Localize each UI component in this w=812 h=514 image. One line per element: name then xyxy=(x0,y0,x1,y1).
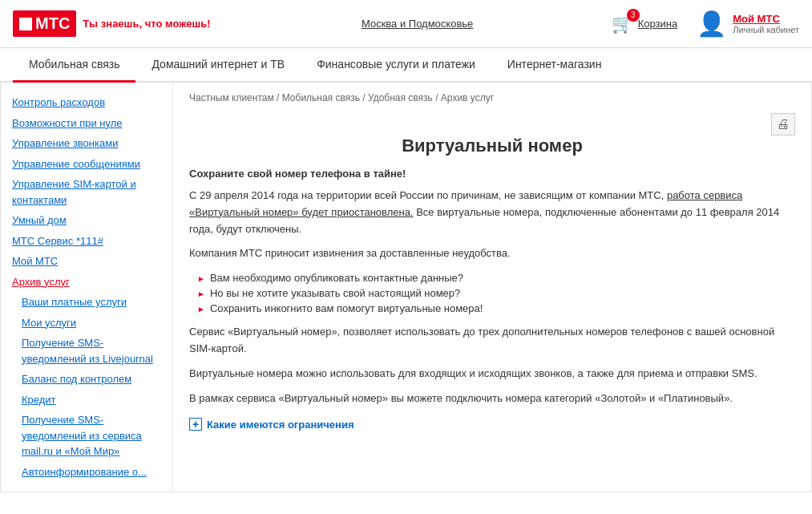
nav-item-shop[interactable]: Интернет-магазин xyxy=(491,48,618,83)
article-para3: Сервис «Виртуальный номер», позволяет ис… xyxy=(189,324,795,358)
breadcrumb: Частным клиентам / Мобильная связь / Удо… xyxy=(189,92,795,103)
account-name[interactable]: Мой МТС xyxy=(733,13,799,25)
bullet-item-1: ► Вам необходимо опубликовать контактные… xyxy=(197,270,795,285)
para1-before: С 29 апреля 2014 года на территории всей… xyxy=(189,189,667,201)
logo-box[interactable]: МТС xyxy=(13,10,76,37)
tagline: Ты знаешь, что можешь! xyxy=(83,18,210,30)
bullet-item-2: ► Но вы не хотите указывать свой настоящ… xyxy=(197,285,795,301)
sidebar-link-paid[interactable]: Ваши платные услуги xyxy=(12,292,164,313)
nav-item-mobile[interactable]: Мобильная связь xyxy=(13,48,135,83)
sidebar-link-auto[interactable]: Автоинформирование о... xyxy=(12,462,164,483)
sidebar-link-mailru[interactable]: Получение SMS-уведомлений из сервиса mai… xyxy=(12,410,164,462)
city-selector[interactable]: Москва и Подмосковье xyxy=(362,18,473,30)
breadcrumb-sep3: / xyxy=(435,92,441,103)
account-icon: 👤 xyxy=(697,10,726,38)
account-text: Мой МТС Личный кабинет xyxy=(733,13,799,34)
sidebar-link-mymts[interactable]: Мой МТС xyxy=(12,251,164,272)
account-area[interactable]: 👤 Мой МТС Личный кабинет xyxy=(697,10,799,38)
header-center: Москва и Подмосковье xyxy=(224,18,612,30)
sidebar: Контроль расходов Возможности при нуле У… xyxy=(1,83,173,492)
bullet-list: ► Вам необходимо опубликовать контактные… xyxy=(197,270,795,316)
breadcrumb-part4: Архив услуг xyxy=(441,92,494,103)
article-para2: Компания МТС приносит извинения за доста… xyxy=(189,245,795,262)
sidebar-link-myservices[interactable]: Мои услуги xyxy=(12,313,164,334)
logo-area: МТС Ты знаешь, что можешь! xyxy=(13,10,211,37)
sidebar-link-zero[interactable]: Возможности при нуле xyxy=(12,113,164,134)
article-subtitle: Сохраните свой номер телефона в тайне! xyxy=(189,168,795,180)
main-layout: Контроль расходов Возможности при нуле У… xyxy=(0,83,812,492)
nav-item-internet[interactable]: Домашний интернет и ТВ xyxy=(135,48,301,83)
bullet-icon-1: ► xyxy=(197,274,205,283)
cart-badge: 3 xyxy=(627,9,640,22)
bullet-icon-3: ► xyxy=(197,305,205,314)
logo-square-icon xyxy=(19,18,32,30)
breadcrumb-part2[interactable]: Мобильная связь xyxy=(282,92,360,103)
sidebar-link-control[interactable]: Контроль расходов xyxy=(12,92,164,113)
expand-section[interactable]: + Какие имеются ограничения xyxy=(189,418,795,431)
sidebar-link-credit[interactable]: Кредит xyxy=(12,390,164,411)
cart-label[interactable]: Корзина xyxy=(638,18,678,30)
cart-area[interactable]: 🛒 3 Корзина xyxy=(612,14,678,34)
expand-icon[interactable]: + xyxy=(189,418,202,431)
header: МТС Ты знаешь, что можешь! Москва и Подм… xyxy=(0,0,812,48)
bullet-icon-2: ► xyxy=(197,289,205,298)
expand-label[interactable]: Какие имеются ограничения xyxy=(207,419,353,431)
bullet-item-3: ► Сохранить инкогнито вам помогут виртуа… xyxy=(197,301,795,316)
sidebar-link-sim[interactable]: Управление SIM-картой и контактами xyxy=(12,174,164,210)
article-para5: В рамках сервиса «Виртуальный номер» вы … xyxy=(189,391,795,407)
bullet-text-2: Но вы не хотите указывать свой настоящий… xyxy=(210,287,460,299)
breadcrumb-part3[interactable]: Удобная связь xyxy=(368,92,433,103)
nav-item-finance[interactable]: Финансовые услуги и платежи xyxy=(301,48,491,83)
bullet-text-1: Вам необходимо опубликовать контактные д… xyxy=(210,272,463,284)
logo-text: МТС xyxy=(35,14,70,33)
sidebar-link-home[interactable]: Умный дом xyxy=(12,210,164,231)
header-right: 🛒 3 Корзина 👤 Мой МТС Личный кабинет xyxy=(612,10,799,38)
article-title: Виртуальный номер xyxy=(189,136,795,156)
article-para1: С 29 апреля 2014 года на территории всей… xyxy=(189,188,795,237)
breadcrumb-sep2: / xyxy=(362,92,368,103)
sidebar-link-archive[interactable]: Архив услуг xyxy=(12,272,164,293)
bullet-text-3: Сохранить инкогнито вам помогут виртуаль… xyxy=(210,302,483,314)
account-sub: Личный кабинет xyxy=(733,25,799,34)
sidebar-link-service[interactable]: МТС Сервис *111# xyxy=(12,231,164,252)
content-area: Частным клиентам / Мобильная связь / Удо… xyxy=(173,83,811,492)
sidebar-link-balance[interactable]: Баланс под контролем xyxy=(12,369,164,390)
breadcrumb-part1[interactable]: Частным клиентам xyxy=(189,92,274,103)
sidebar-link-calls[interactable]: Управление звонками xyxy=(12,133,164,154)
breadcrumb-sep1: / xyxy=(277,92,282,103)
cart-icon: 🛒 3 xyxy=(612,14,633,34)
sidebar-link-livejournal[interactable]: Получение SMS-уведомлений из Livejournal xyxy=(12,333,164,369)
sidebar-link-messages[interactable]: Управление сообщениями xyxy=(12,154,164,175)
print-button[interactable]: 🖨 xyxy=(771,113,795,136)
nav-bar: Мобильная связь Домашний интернет и ТВ Ф… xyxy=(0,48,812,83)
article-para4: Виртуальные номера можно использовать дл… xyxy=(189,366,795,382)
